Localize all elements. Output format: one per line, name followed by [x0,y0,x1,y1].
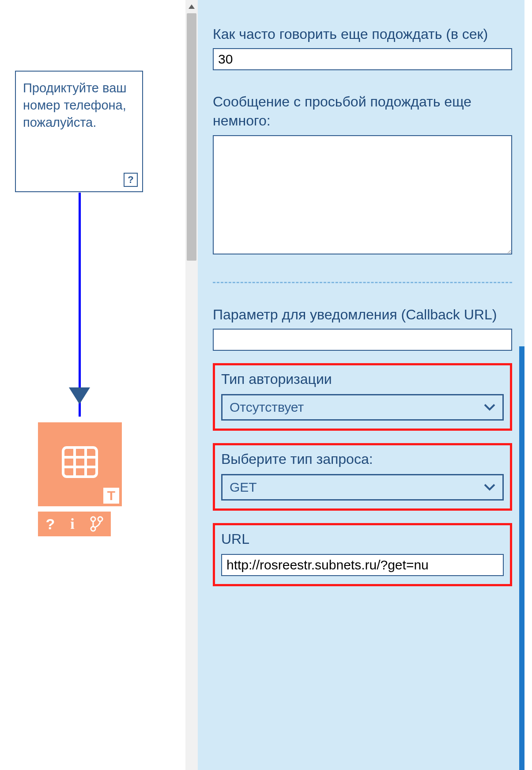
flow-canvas[interactable]: Продиктуйте ваш номер телефона, пожалуйс… [0,0,198,770]
wait-message-label: Сообщение с просьбой подождать еще немно… [213,92,512,130]
request-type-label: Выберите тип запроса: [221,450,504,469]
help-icon[interactable]: ? [45,516,55,533]
section-divider [213,282,512,283]
scroll-thumb[interactable] [187,13,196,261]
panel-scroll-accent[interactable] [519,346,524,770]
auth-type-select[interactable]: Отсутствует [221,394,504,421]
field-auth-type: Тип авторизации Отсутствует [213,363,512,431]
wait-message-textarea[interactable] [213,135,512,254]
field-callback-url: Параметр для уведомления (Callback URL) [213,305,512,351]
flow-edge [79,193,81,417]
svg-rect-0 [63,448,97,477]
scroll-up-icon[interactable] [185,0,198,13]
flow-edge-arrow-icon [69,387,90,404]
field-wait-interval: Как часто говорить еще подождать (в сек) [213,12,512,70]
url-input[interactable] [221,554,504,576]
data-node[interactable]: T [38,422,122,506]
request-type-value: GET [230,480,257,495]
canvas-scrollbar[interactable] [185,0,198,770]
callback-url-input[interactable] [213,329,512,351]
chevron-down-icon [484,404,495,411]
svg-point-7 [91,527,95,531]
prompt-node-help-icon[interactable]: ? [124,173,138,187]
info-icon[interactable]: i [70,516,74,532]
prompt-node[interactable]: Продиктуйте ваш номер телефона, пожалуйс… [15,71,143,192]
auth-type-value: Отсутствует [230,400,304,415]
svg-point-5 [91,517,95,521]
url-label: URL [221,530,504,549]
field-wait-message: Сообщение с просьбой подождать еще немно… [213,92,512,256]
chevron-down-icon [484,484,495,491]
properties-panel: Как часто говорить еще подождать (в сек)… [198,0,524,770]
prompt-node-text: Продиктуйте ваш номер телефона, пожалуйс… [23,80,135,131]
branch-icon[interactable] [90,516,103,532]
callback-url-label: Параметр для уведомления (Callback URL) [213,305,512,324]
auth-type-label: Тип авторизации [221,370,504,389]
field-request-type: Выберите тип запроса: GET [213,443,512,511]
field-url: URL [213,523,512,586]
svg-marker-8 [189,4,195,9]
wait-interval-label: Как часто говорить еще подождать (в сек) [213,25,512,44]
wait-interval-input[interactable] [213,48,512,70]
table-icon [62,446,98,478]
svg-point-6 [98,517,102,521]
data-node-toolbar: ? i [38,512,111,536]
data-node-type-badge: T [103,488,119,504]
request-type-select[interactable]: GET [221,474,504,501]
